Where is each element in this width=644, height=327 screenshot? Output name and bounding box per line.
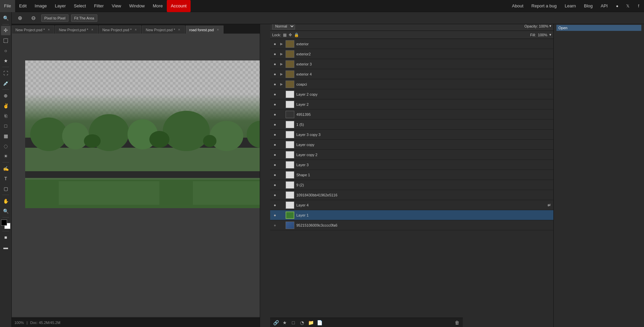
lock-all-icon[interactable]: 🔒 [294,33,299,37]
extra-tool-1[interactable]: ■ [1,233,10,242]
menu-view[interactable]: View [108,0,125,12]
layer-item-layer4[interactable]: ● Layer 4 eff ▶ [270,200,553,210]
new-adjustment-btn[interactable]: ◔ [298,319,306,326]
history-item-open[interactable]: Open [556,25,641,31]
hand-tool[interactable]: ✋ [1,196,10,206]
stamp-tool[interactable]: ⎗ [1,111,10,121]
layer-eye-exterior3[interactable]: ● [272,61,278,67]
menu-account[interactable]: Account [167,0,191,12]
layer-eye-layer2[interactable]: ● [272,102,278,107]
opacity-value[interactable]: 100% [539,24,548,28]
layer-item-hash1[interactable]: ● 10918430bb41962e5116 [270,190,553,200]
marquee-tool[interactable] [1,36,10,45]
layer-eye-exterior[interactable]: ● [272,41,278,47]
layer-item-layer2[interactable]: ● Layer 2 [270,99,553,109]
menu-edit[interactable]: Edit [15,0,31,12]
twitter-icon[interactable]: 𝕏 [623,1,633,11]
layer-item-exterior4[interactable]: ● ▶ exterior 4 [270,69,553,79]
opacity-arrow[interactable]: ▾ [549,24,551,28]
tab-0[interactable]: New Project.psd * × [12,26,54,34]
layer-item-layer3[interactable]: ● Layer 3 [270,160,553,170]
extra-tool-2[interactable]: ▬ [1,243,10,252]
brush-tool[interactable]: ✌ [1,101,10,110]
tab-4[interactable]: road forest.psd × [186,26,224,34]
layer-item-4951395[interactable]: ● 4951395 [270,109,553,120]
layer-eye-4951395[interactable]: ● [272,112,278,117]
menu-file[interactable]: File [0,0,15,12]
new-group-btn[interactable]: 📁 [307,319,314,326]
layer-eye-layer3copy2[interactable]: ● [272,152,278,157]
dodge-tool[interactable]: ☀ [1,151,10,161]
magic-wand-tool[interactable]: ★ [1,56,10,65]
layer-list[interactable]: ● ▶ exterior ● ▶ exterior2 ● ▶ exterior … [270,39,553,304]
layer-item-exterior[interactable]: ● ▶ exterior [270,39,553,49]
shape-tool[interactable]: ▢ [1,184,10,193]
menu-filter[interactable]: Filter [90,0,108,12]
layer-eye-1-5[interactable]: ● [272,122,278,127]
layer-eye-shape1[interactable]: ● [272,172,278,178]
menu-api[interactable]: API [597,0,612,12]
layer-eye-hash1[interactable]: ● [272,192,278,198]
new-layer-btn[interactable]: 📄 [316,319,323,326]
facebook-icon[interactable]: f [633,1,644,11]
eraser-tool[interactable]: □ [1,121,10,131]
layer-eye-layer3copy[interactable]: ● [272,142,278,147]
tab-close-1[interactable]: × [90,28,94,32]
foreground-color[interactable] [1,220,7,226]
zoom-out-tool[interactable]: ⊖ [28,13,39,24]
layer-item-layer2copy[interactable]: ● Layer 2 copy [270,89,553,99]
lasso-tool[interactable]: ○ [1,46,10,55]
menu-report-bug[interactable]: Report a bug [528,0,561,12]
layer-eye-hash2[interactable]: ● [272,223,278,228]
tab-close-3[interactable]: × [177,28,181,32]
tab-3[interactable]: New Project.psd * × [142,26,185,34]
pen-tool[interactable]: ✍ [1,164,10,173]
layer-arrow-exterior[interactable]: ▶ [280,42,284,46]
menu-select[interactable]: Select [70,0,90,12]
tab-close-0[interactable]: × [47,28,51,32]
tab-2[interactable]: New Project.psd * × [99,26,141,34]
move-tool[interactable] [1,26,10,35]
layer-arrow-exterior4[interactable]: ▶ [280,72,284,76]
menu-layer[interactable]: Layer [51,0,70,12]
layer-arrow-coapci[interactable]: ▶ [280,82,284,86]
layer-eye-layer4[interactable]: ● [272,202,278,208]
layer-eye-exterior4[interactable]: ● [272,72,278,77]
layer-eye-layer2copy[interactable]: ● [272,92,278,97]
layer-item-exterior2[interactable]: ● ▶ exterior2 [270,49,553,59]
text-tool[interactable]: T [1,174,10,183]
menu-learn[interactable]: Learn [561,0,580,12]
layer-item-exterior3[interactable]: ● ▶ exterior 3 [270,59,553,69]
add-style-btn[interactable]: ★ [281,319,288,326]
menu-image[interactable]: Image [31,0,51,12]
pixel-to-pixel-btn[interactable]: Pixel to Pixel [41,14,68,22]
tab-close-2[interactable]: × [134,28,138,32]
layer-eye-coapci[interactable]: ● [272,82,278,87]
layer-item-hash2[interactable]: ● 95215106009c3cccc0fa6 [270,220,553,230]
lock-move-icon[interactable]: ✥ [289,33,292,37]
reddit-icon[interactable]: ● [612,1,623,11]
menu-blog[interactable]: Blog [580,0,597,12]
layer-item-layer3copy3[interactable]: ● Layer 3 copy 3 [270,130,553,140]
healing-tool[interactable]: ⊕ [1,91,10,100]
layer-arrow-exterior2[interactable]: ▶ [280,52,284,56]
fit-area-btn[interactable]: Fit The Area [71,14,97,22]
canvas-area[interactable] [12,34,260,317]
layer-eye-9-2[interactable]: ● [272,182,278,188]
layer-eye-layer1[interactable]: ● [272,213,278,218]
blur-tool[interactable]: ◌ [1,141,10,151]
tab-1[interactable]: New Project.psd * × [55,26,98,34]
add-mask-btn[interactable]: □ [290,319,297,326]
menu-window[interactable]: Window [125,0,149,12]
menu-about[interactable]: About [508,0,528,12]
gradient-tool[interactable]: ▦ [1,131,10,141]
layer-item-1-5[interactable]: ● 1 (5) [270,120,553,130]
layer-item-layer3copy2[interactable]: ● Layer copy 2 [270,150,553,160]
link-layers-btn[interactable]: 🔗 [272,319,280,326]
lock-pixels-icon[interactable]: ▦ [283,33,287,37]
delete-layer-btn[interactable]: 🗑 [453,319,461,326]
eyedropper-tool[interactable]: 💉 [1,79,10,88]
layer-item-layer1[interactable]: ● Layer 1 [270,210,553,220]
layer-item-layer3copy[interactable]: ● Layer copy [270,140,553,150]
layer-eye-layer3copy3[interactable]: ● [272,132,278,137]
